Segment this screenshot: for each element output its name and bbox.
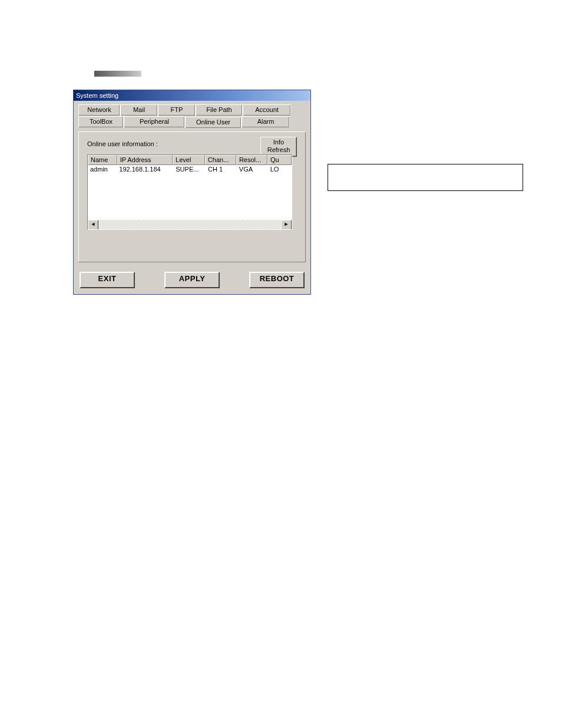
tab-mail[interactable]: Mail	[120, 104, 158, 116]
cell-resol: VGA	[237, 165, 268, 174]
col-ip-address[interactable]: IP Address	[117, 155, 173, 165]
scroll-track[interactable]	[98, 220, 281, 229]
online-user-listview[interactable]: Name IP Address Level Chan... Resol... Q…	[87, 154, 292, 230]
cell-name: admin	[88, 165, 117, 174]
cell-level: SUPE...	[173, 165, 206, 174]
tab-account[interactable]: Account	[243, 104, 291, 116]
listview-header[interactable]: Name IP Address Level Chan... Resol... Q…	[88, 155, 292, 165]
reboot-button[interactable]: REBOOT	[249, 272, 305, 288]
tab-online-user[interactable]: Online User	[185, 117, 242, 129]
tab-file-path[interactable]: File Path	[196, 104, 243, 116]
tab-ftp[interactable]: FTP	[158, 104, 196, 116]
info-refresh-button[interactable]: Info Refresh	[260, 137, 297, 157]
window-titlebar[interactable]: System setting	[74, 90, 310, 101]
tab-alarm[interactable]: Alarm	[242, 116, 290, 128]
scroll-right-arrow-icon[interactable]: ►	[281, 220, 292, 230]
tab-network[interactable]: Network	[78, 104, 120, 116]
window-title: System setting	[76, 92, 118, 99]
tab-panel-online-user: Online user information : Info Refresh N…	[78, 131, 306, 262]
tab-toolbox[interactable]: ToolBox	[78, 116, 124, 128]
table-row[interactable]: admin 192.168.1.184 SUPE... CH 1 VGA LO	[88, 165, 292, 174]
info-refresh-line2: Refresh	[261, 146, 296, 154]
scroll-left-arrow-icon[interactable]: ◄	[88, 220, 98, 230]
tab-strip: Network Mail FTP File Path Account ToolB…	[78, 104, 306, 128]
system-setting-window: System setting Network Mail FTP File Pat…	[73, 90, 311, 295]
horizontal-scrollbar[interactable]: ◄ ►	[88, 220, 292, 229]
col-resolution[interactable]: Resol...	[236, 155, 267, 165]
info-refresh-line1: Info	[261, 139, 296, 146]
decorative-gradient-bar	[94, 71, 141, 77]
cell-ip: 192.168.1.184	[117, 165, 173, 174]
annotation-box	[328, 164, 523, 191]
cell-qual: LO	[268, 165, 292, 174]
apply-button[interactable]: APPLY	[164, 272, 220, 288]
tab-peripheral[interactable]: Peripheral	[124, 116, 185, 128]
exit-button[interactable]: EXIT	[80, 272, 135, 288]
cell-chan: CH 1	[206, 165, 237, 174]
col-level[interactable]: Level	[173, 155, 205, 165]
col-name[interactable]: Name	[88, 155, 117, 165]
bottom-button-row: EXIT APPLY REBOOT	[78, 272, 306, 288]
window-client-area: Network Mail FTP File Path Account ToolB…	[74, 101, 310, 294]
col-quality[interactable]: Qu	[267, 155, 292, 165]
col-channel[interactable]: Chan...	[205, 155, 236, 165]
